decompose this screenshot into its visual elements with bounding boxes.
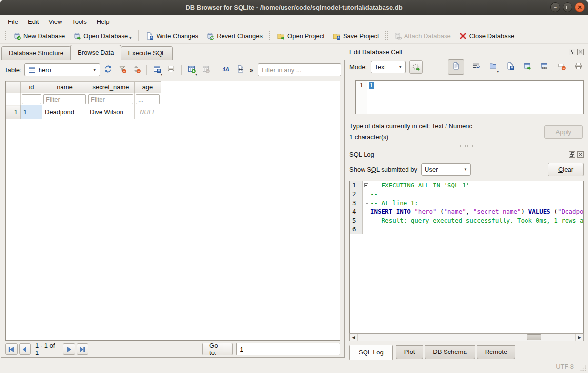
fold-collapse-icon[interactable] bbox=[364, 183, 368, 187]
new-record-button[interactable]: ▾ bbox=[186, 64, 197, 76]
print-cell-button[interactable] bbox=[573, 61, 584, 73]
apply-button[interactable]: Apply bbox=[544, 125, 583, 139]
dock-splitter[interactable] bbox=[349, 143, 584, 148]
open-project-button[interactable]: Open Project bbox=[273, 30, 328, 42]
tab-database-structure[interactable]: Database Structure bbox=[1, 46, 71, 60]
chevron-down-icon[interactable]: ▾ bbox=[129, 36, 131, 40]
find-button[interactable] bbox=[235, 64, 245, 76]
dock-close-button[interactable] bbox=[577, 49, 584, 55]
dock-tab-db-schema[interactable]: DB Schema bbox=[425, 345, 475, 359]
cell-secret_name[interactable]: Dive Wilson bbox=[87, 105, 135, 119]
minimize-button[interactable]: − bbox=[550, 2, 560, 12]
word-wrap-button[interactable] bbox=[471, 61, 481, 73]
filter-input-age[interactable] bbox=[136, 94, 160, 104]
clear-filters-button[interactable] bbox=[117, 64, 127, 76]
menu-edit[interactable]: Edit bbox=[23, 17, 43, 27]
open-external-button[interactable] bbox=[539, 61, 549, 73]
write-changes-button[interactable]: Write Changes bbox=[142, 30, 202, 42]
dock-float-button[interactable] bbox=[569, 151, 575, 158]
close-database-icon bbox=[459, 32, 467, 40]
column-header-id[interactable]: id bbox=[21, 82, 42, 93]
scroll-right-icon[interactable]: ▶ bbox=[575, 334, 583, 341]
chevron-down-icon[interactable]: ▾ bbox=[497, 70, 499, 74]
save-table-icon bbox=[153, 65, 161, 73]
maximize-button[interactable] bbox=[563, 2, 572, 12]
fold-margin bbox=[363, 190, 370, 199]
cell-name[interactable]: Deadpond bbox=[42, 105, 87, 119]
cell-id[interactable]: 1 bbox=[21, 105, 42, 119]
revert-changes-button[interactable]: Revert Changes bbox=[202, 30, 266, 42]
import-file-button[interactable]: ▾ bbox=[488, 61, 498, 73]
fold-margin[interactable] bbox=[363, 181, 370, 190]
print-button[interactable] bbox=[166, 64, 176, 76]
save-project-button[interactable]: Save Project bbox=[328, 30, 383, 42]
menu-view[interactable]: View bbox=[44, 17, 66, 27]
dock-tab-remote[interactable]: Remote bbox=[477, 345, 516, 359]
filter-input-name[interactable] bbox=[43, 94, 86, 104]
refresh-button[interactable] bbox=[103, 64, 113, 76]
clear-log-button[interactable]: Clear bbox=[548, 163, 584, 176]
mode-select[interactable]: Text ▼ bbox=[371, 61, 406, 73]
open-database-button[interactable]: Open Database▾ bbox=[69, 30, 135, 42]
find-icon bbox=[236, 65, 244, 73]
new-database-button[interactable]: New Database bbox=[9, 30, 69, 42]
menu-file[interactable]: File bbox=[3, 17, 22, 27]
column-header-secret_name[interactable]: secret_name bbox=[87, 82, 135, 93]
close-button[interactable]: ✕ bbox=[575, 2, 585, 12]
attach-database-button: Attach Database bbox=[389, 30, 455, 42]
sql-source-select[interactable]: User ▼ bbox=[421, 163, 471, 176]
toolbar-separator bbox=[181, 65, 182, 75]
sql-log-text: INSERT INTO "hero" ("name", "secret_name… bbox=[370, 207, 583, 216]
filter-input-secret_name[interactable] bbox=[88, 94, 133, 104]
cell-age[interactable]: NULL bbox=[135, 105, 161, 119]
export-file-button[interactable] bbox=[522, 61, 532, 73]
menu-tools[interactable]: Tools bbox=[67, 17, 91, 27]
next-record-button[interactable] bbox=[63, 343, 75, 355]
dock-close-button[interactable] bbox=[577, 151, 584, 158]
dock-tab-sql-log[interactable]: SQL Log bbox=[349, 345, 393, 360]
dock-float-button[interactable] bbox=[569, 49, 575, 55]
tab-execute-sql[interactable]: Execute SQL bbox=[121, 46, 173, 60]
tab-browse-data[interactable]: Browse Data bbox=[70, 45, 121, 60]
column-header-age[interactable]: age bbox=[135, 82, 161, 93]
save-table-button[interactable]: ▾ bbox=[152, 64, 162, 76]
apply-cell-changes-button[interactable] bbox=[409, 60, 423, 74]
titlebar[interactable]: DB Browser for SQLite - /home/user/code/… bbox=[0, 0, 588, 15]
goto-input[interactable] bbox=[236, 343, 340, 355]
toolbar-button-label: Save Project bbox=[343, 32, 379, 40]
chevron-down-icon[interactable]: ▾ bbox=[195, 73, 197, 77]
save-file-button[interactable] bbox=[505, 61, 515, 73]
toolbar-overflow-button[interactable]: » bbox=[248, 66, 255, 74]
table-select[interactable]: hero ▼ bbox=[24, 63, 100, 76]
resize-grip[interactable] bbox=[580, 365, 586, 371]
goto-button[interactable]: Go to: bbox=[202, 343, 233, 355]
data-grid[interactable]: idnamesecret_nameage11DeadpondDive Wilso… bbox=[5, 81, 340, 341]
text-document-button[interactable] bbox=[448, 59, 464, 75]
horizontal-scrollbar[interactable]: ◀ ▶ bbox=[349, 333, 584, 341]
dock-tab-plot[interactable]: Plot bbox=[396, 345, 423, 359]
cell-editor[interactable]: 1 1 bbox=[355, 80, 584, 114]
menu-help[interactable]: Help bbox=[92, 17, 114, 27]
first-record-button[interactable] bbox=[5, 343, 18, 355]
scroll-left-icon[interactable]: ◀ bbox=[350, 334, 358, 341]
set-null-button[interactable] bbox=[556, 61, 567, 73]
toolbar-handle[interactable] bbox=[4, 30, 7, 41]
filter-any-column-input[interactable] bbox=[258, 63, 341, 76]
toolbar-handle[interactable] bbox=[268, 30, 271, 41]
previous-record-button[interactable] bbox=[19, 343, 31, 355]
column-header-name[interactable]: name bbox=[42, 82, 87, 93]
clear-sorting-button[interactable] bbox=[131, 64, 142, 76]
last-record-button[interactable] bbox=[77, 343, 89, 355]
record-navigation: 1 - 1 of 1 Go to: bbox=[1, 341, 344, 357]
filter-input-id[interactable] bbox=[22, 94, 41, 104]
table-row[interactable]: 11DeadpondDive WilsonNULL bbox=[6, 105, 161, 119]
sql-log-editor[interactable]: 1-- EXECUTING ALL IN 'SQL 1'2--3-- At li… bbox=[349, 181, 584, 333]
chevron-down-icon[interactable]: ▾ bbox=[161, 73, 162, 77]
minimize-icon: − bbox=[554, 5, 557, 10]
close-database-button[interactable]: Close Database bbox=[455, 30, 519, 42]
bottom-dock-tab-bar: SQL LogPlotDB SchemaRemote bbox=[349, 345, 584, 360]
encoding-button[interactable]: 4A bbox=[221, 64, 231, 76]
toolbar-handle[interactable] bbox=[385, 30, 388, 41]
scrollbar-thumb[interactable] bbox=[527, 334, 541, 340]
sql-log-text: -- EXECUTING ALL IN 'SQL 1' bbox=[370, 181, 469, 190]
